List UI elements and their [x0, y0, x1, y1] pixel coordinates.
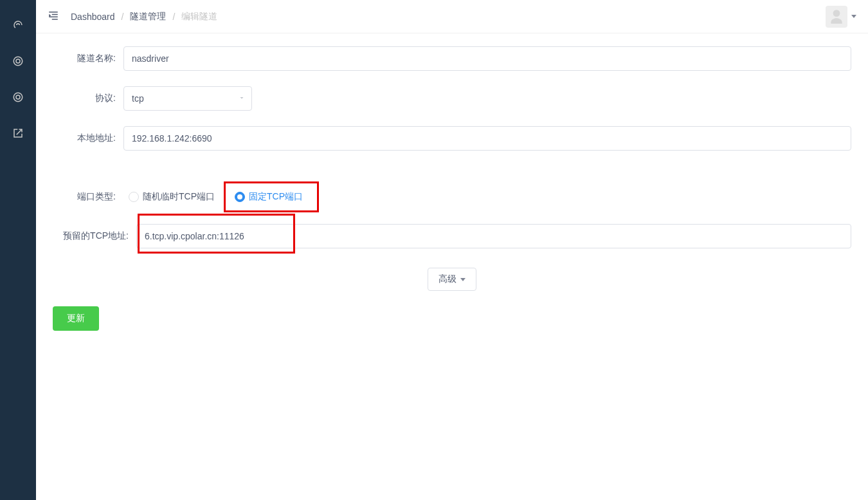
port-type-radio-group: 随机临时TCP端口 固定TCP端口: [123, 181, 319, 212]
chevron-down-icon: [851, 15, 856, 18]
local-address-input[interactable]: [123, 126, 851, 151]
sidebar-item-target[interactable]: [0, 44, 36, 80]
triangle-down-icon: [460, 278, 466, 281]
port-type-label: 端口类型:: [53, 191, 123, 203]
menu-collapse-icon[interactable]: [48, 10, 59, 23]
reserved-tcp-label: 预留的TCP地址:: [53, 230, 136, 242]
advanced-button[interactable]: 高级: [428, 268, 476, 291]
breadcrumb-current: 编辑隧道: [181, 11, 217, 23]
tunnel-name-label: 隧道名称:: [53, 53, 123, 64]
gauge-icon: [12, 19, 24, 33]
breadcrumb-dashboard[interactable]: Dashboard: [71, 12, 115, 22]
radio-random-label: 随机临时TCP端口: [143, 191, 215, 203]
radio-fixed-label: 固定TCP端口: [249, 191, 303, 203]
sidebar-item-dashboard[interactable]: [0, 8, 36, 44]
content: 隧道名称: 协议: 本地地址:: [36, 33, 868, 500]
avatar: [826, 6, 847, 28]
user-menu[interactable]: [826, 6, 856, 28]
sidebar-item-target-2[interactable]: [0, 80, 36, 116]
reserved-tcp-input[interactable]: [136, 224, 851, 248]
breadcrumb-separator: /: [122, 12, 124, 22]
radio-random-port[interactable]: 随机临时TCP端口: [123, 189, 220, 205]
radio-fixed-port[interactable]: 固定TCP端口: [230, 189, 308, 205]
advanced-label: 高级: [439, 273, 457, 285]
protocol-label: 协议:: [53, 93, 123, 104]
tunnel-name-input[interactable]: [123, 46, 851, 71]
target-icon: [12, 55, 24, 69]
protocol-select[interactable]: [123, 86, 252, 111]
sidebar: [0, 0, 36, 500]
target-icon: [12, 91, 24, 105]
local-address-label: 本地地址:: [53, 133, 123, 144]
sidebar-item-external[interactable]: [0, 116, 36, 152]
highlight-fixed-port: 固定TCP端口: [224, 181, 319, 212]
breadcrumb-separator: /: [172, 12, 175, 22]
update-button[interactable]: 更新: [53, 306, 99, 331]
topbar: Dashboard / 隧道管理 / 编辑隧道: [36, 0, 868, 33]
breadcrumb-tunnel-manage[interactable]: 隧道管理: [130, 11, 166, 23]
breadcrumb: Dashboard / 隧道管理 / 编辑隧道: [71, 11, 217, 23]
external-link-icon: [12, 127, 24, 141]
